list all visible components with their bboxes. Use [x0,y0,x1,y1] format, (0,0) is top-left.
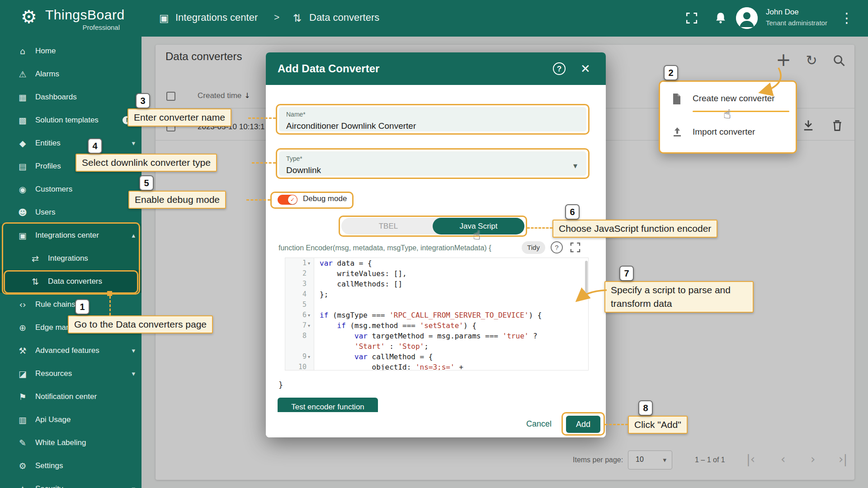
expand-editor-icon[interactable] [570,242,582,254]
sidebar-item-label: Data converters [48,277,102,286]
sidebar-item-entities[interactable]: ◆Entities▾ [0,131,142,155]
annotation-callout-6: Choose JavaScript function encoder [552,220,717,238]
sidebar-item-label: Solution templates [35,116,99,125]
sidebar-item-api-usage[interactable]: ▥Api Usage [0,408,142,431]
breadcrumb-integrations-center[interactable]: Integrations center [175,12,258,23]
profiles-icon: ▤ [16,161,29,171]
menu-item-label: Import converter [693,127,755,137]
fold-arrow-icon: ▾ [308,310,314,320]
annotation-underline [693,111,789,112]
debug-mode-toggle[interactable]: ✓ [278,195,297,205]
sidebar-item-rule-chains[interactable]: ‹›Rule chains [0,293,142,316]
tab-tbel[interactable]: TBEL [341,218,435,235]
sidebar-item-label: Settings [35,461,63,470]
type-select[interactable]: Type* Downlink ▾ [279,151,586,176]
help-icon[interactable]: ? [553,62,566,75]
line-number: 6 [285,310,308,320]
annotation-number-8: 8 [638,400,653,416]
name-field[interactable]: Name* Airconditioner Downlink Converter [279,107,586,131]
sidebar-item-notification-center[interactable]: ⚑Notification center [0,385,142,408]
entities-icon: ◆ [16,138,29,148]
sidebar-item-data-converters[interactable]: ⇅Data converters [0,270,142,293]
sidebar-item-dashboards[interactable]: ▦Dashboards [0,85,142,108]
kebab-menu-icon[interactable]: ⋮ [840,10,854,26]
fold-arrow-icon: ▾ [308,258,314,268]
chevron-down-icon: ▾ [132,370,135,378]
chevron-down-icon: ▾ [132,347,135,355]
sidebar-item-integrations-center[interactable]: ▣Integrations center▴ [0,224,142,247]
advanced-features-icon: ⚒ [16,346,29,356]
sidebar-item-label: Advanced features [35,346,99,355]
test-button-clip: Test encoder function [278,398,378,412]
sidebar-item-label: Dashboards [35,93,77,102]
annotation-connector-3 [248,117,276,119]
annotation-callout-4: Select downlink converter type [75,154,217,172]
dialog-footer [266,412,606,437]
code-line: 4}; [285,289,588,300]
settings-icon: ⚙ [16,461,29,471]
fullscreen-icon[interactable] [685,12,698,24]
line-number: 8 [285,331,308,341]
sidebar-nav: ⌂Home⚠Alarms▦Dashboards▩Solution templat… [0,37,142,488]
sidebar-item-label: Alarms [35,70,59,79]
code-line: 1▾var data = { [285,258,588,268]
code-line: 5 [285,300,588,310]
line-number: 10 [285,362,308,371]
sidebar-item-alarms[interactable]: ⚠Alarms [0,62,142,85]
annotation-number-3: 3 [136,93,150,108]
code-lines: 1▾var data = {2 writeValues: [],3 callMe… [285,258,588,371]
line-number: 1 [285,258,308,268]
line-number: 5 [285,300,308,310]
sidebar-item-settings[interactable]: ⚙Settings [0,454,142,477]
sidebar-item-home[interactable]: ⌂Home [0,39,142,62]
dialog-title: Add Data Converter [278,52,379,85]
annotation-connector-4 [252,162,276,164]
sidebar-item-label: Integrations center [35,231,99,240]
line-number: 3 [285,279,308,289]
sidebar-item-label: Resources [35,369,72,378]
cursor-hand-icon: ☝ [723,107,731,122]
cancel-button[interactable]: Cancel [526,419,552,429]
avatar[interactable] [736,7,758,29]
sidebar-item-label: Entities [35,139,61,148]
editor-scrollbar[interactable] [585,261,588,296]
tidy-button[interactable]: Tidy [522,241,545,254]
sidebar-item-integrations[interactable]: ⇄Integrations [0,247,142,270]
test-encoder-function-button[interactable]: Test encoder function [278,398,378,412]
annotation-callout-3: Enter converter name [127,108,231,127]
sidebar-item-label: Integrations [48,254,88,263]
data-converters-breadcrumb-icon: ⇅ [293,12,302,24]
sidebar-item-white-labeling[interactable]: ✎White Labeling [0,431,142,454]
debug-mode-label: Debug mode [303,194,347,203]
sidebar-item-advanced-features[interactable]: ⚒Advanced features▾ [0,339,142,362]
sidebar-item-label: Security [35,484,63,488]
chevron-down-icon: ▾ [132,139,135,147]
annotation-number-4: 4 [88,138,102,154]
code-editor[interactable]: 1▾var data = {2 writeValues: [],3 callMe… [285,258,589,371]
security-icon: ✦ [16,484,29,488]
sidebar-item-security[interactable]: ✦Security▾ [0,477,142,488]
menu-item-import-converter[interactable]: Import converter [660,121,796,144]
highlight-type-field: Type* Downlink ▾ [276,148,590,179]
sidebar-item-label: White Labeling [35,438,86,447]
sidebar-item-resources[interactable]: ◪Resources▾ [0,362,142,385]
code-line: 8 var targetMethod = msg.params === 'tru… [285,331,588,341]
function-help-icon[interactable]: ? [551,241,563,253]
sidebar-item-label: Api Usage [35,415,71,424]
sidebar-item-customers[interactable]: ◉Customers [0,178,142,201]
code-line: 2 writeValues: [], [285,268,588,279]
edge-management-icon: ⊕ [16,323,29,333]
close-icon[interactable]: ✕ [580,62,590,75]
sidebar-item-solution-templates[interactable]: ▩Solution templatesNEW [0,108,142,131]
cursor-hand-icon: ☝ [473,228,481,243]
sidebar-item-label: Users [35,208,55,217]
sidebar-item-users[interactable]: ☻Users [0,201,142,224]
notifications-bell-icon[interactable] [714,11,727,24]
data-converters-icon: ⇅ [29,277,42,286]
add-button[interactable]: Add [566,416,600,433]
line-number: 2 [285,268,308,279]
dialog-header: Add Data Converter ? ✕ [266,52,606,85]
code-line: 3 callMethods: [] [285,279,588,289]
annotation-connector-1 [109,296,111,315]
annotation-connector-8 [605,424,628,425]
